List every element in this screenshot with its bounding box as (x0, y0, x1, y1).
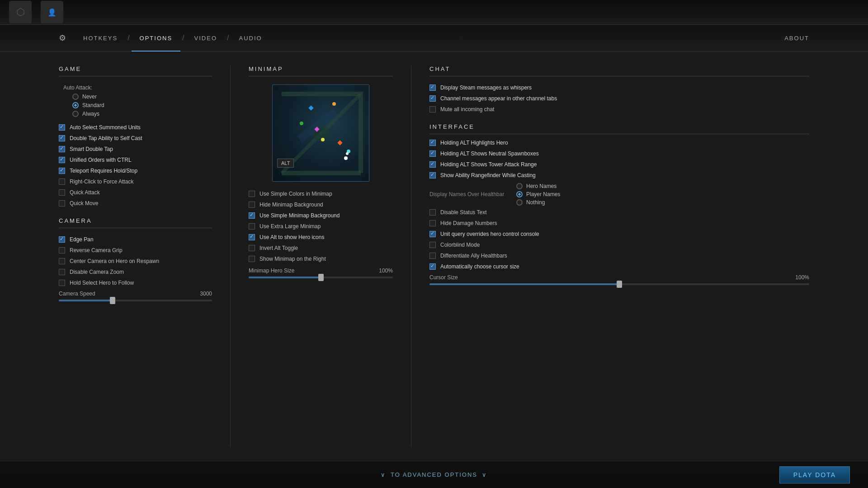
iface2-cb-2-input[interactable] (429, 231, 436, 237)
interface-section-title: INTERFACE (429, 123, 809, 134)
camera-speed-track[interactable] (59, 300, 212, 301)
display-names-player-radio[interactable] (516, 191, 523, 197)
chat-cb-0[interactable]: Display Steam messages as whispers (429, 84, 809, 91)
iface2-cb-4[interactable]: Differentiate Ally Healthbars (429, 253, 809, 259)
iface2-cb-5[interactable]: Automatically choose cursor size (429, 263, 809, 270)
game-cb-1[interactable]: Double Tap Ability to Self Cast (59, 135, 212, 141)
chat-cb-2-input[interactable] (429, 106, 436, 113)
minimap-cb-1-input[interactable] (249, 202, 255, 208)
nav-about[interactable]: ABOUT (784, 35, 809, 42)
game-cb-7-input[interactable] (59, 200, 65, 206)
auto-attack-never-radio[interactable] (72, 94, 79, 100)
game-cb-5-input[interactable] (59, 178, 65, 185)
camera-cb-3[interactable]: Disable Camera Zoom (59, 269, 212, 275)
iface2-cb-3-input[interactable] (429, 242, 436, 248)
camera-cb-4-input[interactable] (59, 280, 65, 286)
iface-cb-1[interactable]: Holding ALT Shows Neutral Spawnboxes (429, 150, 809, 157)
camera-cb-2-input[interactable] (59, 258, 65, 264)
minimap-cb-2[interactable]: Use Simple Minimap Background (249, 212, 393, 219)
camera-cb-3-input[interactable] (59, 269, 65, 275)
camera-cb-1-input[interactable] (59, 247, 65, 253)
display-names-nothing-radio[interactable] (516, 199, 523, 206)
game-cb-3-input[interactable] (59, 157, 65, 163)
display-names-label: Display Names Over Healthbar (429, 191, 511, 197)
auto-attack-always-radio[interactable] (72, 111, 79, 117)
minimap-cb-3[interactable]: Use Extra Large Minimap (249, 223, 393, 230)
game-cb-0-input[interactable] (59, 124, 65, 131)
play-dota-button[interactable]: PLAY DOTA (779, 466, 850, 483)
camera-section-title: CAMERA (59, 217, 212, 228)
display-names-player[interactable]: Player Names (516, 191, 560, 197)
minimap-checkboxes: Use Simple Colors in Minimap Hide Minima… (249, 191, 393, 262)
nav-options[interactable]: OPTIONS (132, 24, 181, 52)
advanced-options-link[interactable]: ∨ TO ADVANCED OPTIONS ∨ (381, 471, 487, 478)
iface-cb-2[interactable]: Holding ALT Shows Tower Attack Range (429, 161, 809, 168)
minimap-cb-5[interactable]: Invert Alt Toggle (249, 245, 393, 251)
game-cb-7[interactable]: Quick Move (59, 200, 212, 206)
iface-cb-0-input[interactable] (429, 140, 436, 146)
iface-cb-3[interactable]: Show Ability Rangefinder While Casting (429, 172, 809, 178)
chat-cb-0-input[interactable] (429, 84, 436, 91)
camera-cb-1[interactable]: Reverse Camera Grip (59, 247, 212, 253)
iface-cb-1-input[interactable] (429, 150, 436, 157)
camera-cb-0-input[interactable] (59, 236, 65, 243)
iface-cb-0[interactable]: Holding ALT Highlights Hero (429, 140, 809, 146)
game-cb-5[interactable]: Right-Click to Force Attack (59, 178, 212, 185)
camera-cb-2[interactable]: Center Camera on Hero on Respawn (59, 258, 212, 264)
iface2-cb-0-input[interactable] (429, 209, 436, 216)
hero-size-thumb[interactable] (318, 274, 324, 281)
game-cb-4[interactable]: Teleport Requires Hold/Stop (59, 168, 212, 174)
chat-cb-2[interactable]: Mute all incoming chat (429, 106, 809, 113)
nav-audio[interactable]: AUDIO (231, 24, 270, 52)
nav-sep-2: / (180, 34, 186, 42)
game-cb-6[interactable]: Quick Attack (59, 189, 212, 196)
auto-attack-standard-radio[interactable] (72, 102, 79, 108)
hero-size-track[interactable] (249, 277, 393, 278)
iface2-cb-0[interactable]: Disable Status Text (429, 209, 809, 216)
minimap-cb-0-input[interactable] (249, 191, 255, 197)
iface2-cb-2[interactable]: Unit query overrides hero control consol… (429, 231, 809, 237)
game-cb-0[interactable]: Auto Select Summoned Units (59, 124, 212, 131)
auto-attack-always[interactable]: Always (72, 111, 212, 117)
hero-size-label: Minimap Hero Size (249, 267, 294, 274)
top-bar: ⬡ 👤 (0, 0, 868, 25)
cursor-size-thumb[interactable] (617, 281, 622, 288)
iface-cb-2-input[interactable] (429, 161, 436, 168)
camera-speed-label-row: Camera Speed 3000 (59, 291, 212, 297)
minimap-cb-4[interactable]: Use Alt to show Hero icons (249, 234, 393, 240)
game-cb-4-input[interactable] (59, 168, 65, 174)
camera-cb-0[interactable]: Edge Pan (59, 236, 212, 243)
cursor-size-track[interactable] (429, 283, 809, 285)
minimap-cb-6-input[interactable] (249, 256, 255, 262)
game-cb-6-input[interactable] (59, 189, 65, 196)
auto-attack-standard[interactable]: Standard (72, 102, 212, 108)
minimap-cb-6[interactable]: Show Minimap on the Right (249, 256, 393, 262)
display-names-hero[interactable]: Hero Names (516, 183, 560, 189)
game-cb-1-input[interactable] (59, 135, 65, 141)
game-cb-2[interactable]: Smart Double Tap (59, 146, 212, 152)
iface2-cb-1[interactable]: Hide Damage Numbers (429, 220, 809, 226)
cursor-size-label: Cursor Size (429, 274, 458, 281)
iface2-cb-4-input[interactable] (429, 253, 436, 259)
game-cb-2-input[interactable] (59, 146, 65, 152)
iface2-cb-3[interactable]: Colorblind Mode (429, 242, 809, 248)
chat-cb-1-input[interactable] (429, 95, 436, 102)
camera-cb-4[interactable]: Hold Select Hero to Follow (59, 280, 212, 286)
iface-cb-3-input[interactable] (429, 172, 436, 178)
game-cb-3[interactable]: Unified Orders with CTRL (59, 157, 212, 163)
chat-cb-1[interactable]: Channel messages appear in other channel… (429, 95, 809, 102)
minimap-cb-1[interactable]: Hide Minimap Background (249, 202, 393, 208)
minimap-cb-4-input[interactable] (249, 234, 255, 240)
camera-speed-thumb[interactable] (110, 297, 115, 304)
minimap-cb-2-input[interactable] (249, 212, 255, 219)
auto-attack-never[interactable]: Never (72, 94, 212, 100)
iface2-cb-5-input[interactable] (429, 263, 436, 270)
minimap-cb-5-input[interactable] (249, 245, 255, 251)
iface2-cb-1-input[interactable] (429, 220, 436, 226)
display-names-hero-radio[interactable] (516, 183, 523, 189)
nav-video[interactable]: VIDEO (186, 24, 225, 52)
nav-hotkeys[interactable]: HOTKEYS (75, 24, 126, 52)
minimap-cb-3-input[interactable] (249, 223, 255, 230)
display-names-nothing[interactable]: Nothing (516, 199, 560, 206)
minimap-cb-0[interactable]: Use Simple Colors in Minimap (249, 191, 393, 197)
